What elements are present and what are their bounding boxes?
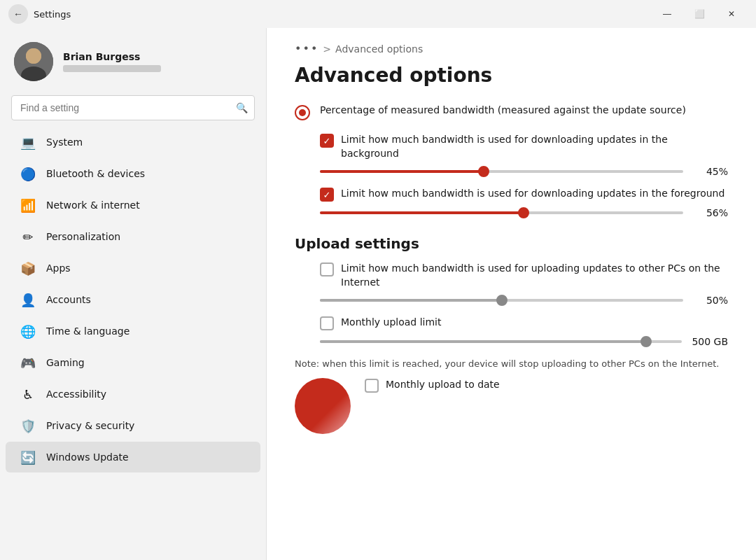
sidebar-item-windowsupdate-label: Windows Update <box>46 451 129 463</box>
breadcrumb-separator: > <box>323 43 331 55</box>
upload-internet-option: Limit how much bandwidth is used for upl… <box>320 262 728 306</box>
monthly-upload-slider-thumb[interactable] <box>640 336 652 347</box>
sidebar-item-network-label: Network & internet <box>46 200 140 211</box>
sidebar-item-accessibility-label: Accessibility <box>46 388 106 400</box>
sidebar-item-windowsupdate[interactable]: 🔄 Windows Update <box>6 442 260 472</box>
sidebar-item-system-label: System <box>46 136 83 148</box>
upload-internet-slider-value: 50% <box>693 295 728 306</box>
breadcrumb-current: Advanced options <box>335 43 423 55</box>
upload-internet-checkbox[interactable] <box>320 262 334 276</box>
breadcrumb: ••• > Advanced options <box>295 42 728 55</box>
foreground-checkbox[interactable] <box>320 188 334 202</box>
search-box: 🔍 <box>11 95 255 120</box>
search-input[interactable] <box>11 95 255 120</box>
radio-option-row: Percentage of measured bandwidth (measur… <box>295 104 728 120</box>
monthly-upload-to-date-label: Monthly upload to date <box>386 378 500 392</box>
monthly-upload-to-date-checkbox[interactable] <box>365 379 379 393</box>
background-download-option: Limit how much bandwidth is used for dow… <box>320 133 728 177</box>
minimize-button[interactable]: — <box>651 3 683 25</box>
foreground-checkbox-label: Limit how much bandwidth is used for dow… <box>341 187 724 201</box>
monthly-upload-to-date-row: Monthly upload to date <box>365 378 728 393</box>
sidebar: Brian Burgess 🔍 💻 System 🔵 Bluetooth & d… <box>0 28 266 560</box>
avatar <box>14 42 53 81</box>
background-slider-fill <box>320 170 484 173</box>
sidebar-item-apps[interactable]: 📦 Apps <box>6 253 260 284</box>
sidebar-item-personalization[interactable]: ✏️ Personalization <box>6 221 260 252</box>
app-content: Brian Burgess 🔍 💻 System 🔵 Bluetooth & d… <box>0 28 756 560</box>
upload-note: Note: when this limit is reached, your d… <box>295 357 728 371</box>
sidebar-item-system[interactable]: 💻 System <box>6 127 260 158</box>
system-icon: 💻 <box>20 134 36 150</box>
window-controls: — ⬜ ✕ <box>651 3 748 25</box>
sidebar-item-apps-label: Apps <box>46 262 71 274</box>
upload-internet-checkbox-row: Limit how much bandwidth is used for upl… <box>320 262 728 289</box>
title-bar: ← Settings — ⬜ ✕ <box>0 0 756 28</box>
title-bar-left: ← Settings <box>8 4 71 24</box>
user-email <box>63 65 161 72</box>
foreground-slider-track[interactable] <box>320 211 683 214</box>
sidebar-item-time-label: Time & language <box>46 326 130 337</box>
windowsupdate-icon: 🔄 <box>20 449 36 465</box>
monthly-upload-checkbox[interactable] <box>320 316 334 330</box>
personalization-icon: ✏️ <box>20 228 36 245</box>
upload-internet-slider-thumb[interactable] <box>496 295 507 306</box>
foreground-slider-row: 56% <box>320 207 728 218</box>
app-title: Settings <box>34 9 71 20</box>
breadcrumb-dots: ••• <box>295 42 318 55</box>
bluetooth-icon: 🔵 <box>20 165 36 182</box>
background-slider-row: 45% <box>320 166 728 177</box>
upload-internet-label: Limit how much bandwidth is used for upl… <box>341 262 728 289</box>
user-info: Brian Burgess <box>63 51 161 72</box>
foreground-checkbox-row: Limit how much bandwidth is used for dow… <box>320 187 728 202</box>
user-section: Brian Burgess <box>0 28 266 92</box>
background-slider-thumb[interactable] <box>478 166 489 177</box>
sidebar-item-privacy[interactable]: 🛡️ Privacy & security <box>6 410 260 441</box>
background-checkbox-label: Limit how much bandwidth is used for dow… <box>341 133 728 160</box>
page-title: Advanced options <box>295 64 728 87</box>
radio-inner <box>299 109 306 116</box>
upload-settings-heading: Upload settings <box>295 235 728 252</box>
back-button[interactable]: ← <box>8 4 28 24</box>
nav-list: 💻 System 🔵 Bluetooth & devices 📶 Network… <box>0 126 266 560</box>
search-icon: 🔍 <box>236 102 248 113</box>
radio-option-label: Percentage of measured bandwidth (measur… <box>320 104 728 118</box>
sidebar-item-network[interactable]: 📶 Network & internet <box>6 190 260 220</box>
monthly-upload-slider-value: 500 GB <box>692 336 728 347</box>
sidebar-item-personalization-label: Personalization <box>46 231 120 242</box>
upload-internet-slider-track[interactable] <box>320 299 683 302</box>
monthly-upload-checkbox-row: Monthly upload limit <box>320 316 728 330</box>
sidebar-item-accessibility[interactable]: ♿ Accessibility <box>6 379 260 410</box>
monthly-upload-slider-row: 500 GB <box>320 336 728 347</box>
radio-button-measured[interactable] <box>295 105 310 120</box>
foreground-slider-fill <box>320 211 524 214</box>
close-button[interactable]: ✕ <box>715 3 748 25</box>
monthly-upload-limit-option: Monthly upload limit 500 GB <box>320 316 728 347</box>
foreground-slider-thumb[interactable] <box>518 207 529 218</box>
sidebar-item-bluetooth[interactable]: 🔵 Bluetooth & devices <box>6 158 260 189</box>
upload-progress-circle <box>295 378 351 434</box>
sidebar-item-gaming-label: Gaming <box>46 357 85 368</box>
background-checkbox-row: Limit how much bandwidth is used for dow… <box>320 133 728 160</box>
gaming-icon: 🎮 <box>20 354 36 371</box>
background-slider-value: 45% <box>693 166 728 177</box>
network-icon: 📶 <box>20 197 36 214</box>
accounts-icon: 👤 <box>20 291 36 308</box>
accessibility-icon: ♿ <box>20 386 36 402</box>
sidebar-item-time[interactable]: 🌐 Time & language <box>6 316 260 346</box>
monthly-upload-label: Monthly upload limit <box>341 316 441 330</box>
background-slider-track[interactable] <box>320 170 683 173</box>
bottom-right: Monthly upload to date <box>365 378 728 398</box>
foreground-download-option: Limit how much bandwidth is used for dow… <box>320 187 728 218</box>
background-checkbox[interactable] <box>320 134 334 148</box>
user-name: Brian Burgess <box>63 51 161 62</box>
privacy-icon: 🛡️ <box>20 417 36 434</box>
sidebar-item-accounts-label: Accounts <box>46 294 91 305</box>
foreground-slider-value: 56% <box>693 207 728 218</box>
bottom-preview: Monthly upload to date <box>295 378 728 434</box>
sidebar-item-accounts[interactable]: 👤 Accounts <box>6 284 260 315</box>
monthly-upload-slider-track[interactable] <box>320 340 682 343</box>
apps-icon: 📦 <box>20 260 36 276</box>
sidebar-item-gaming[interactable]: 🎮 Gaming <box>6 347 260 378</box>
main-content: ••• > Advanced options Advanced options … <box>266 28 756 560</box>
maximize-button[interactable]: ⬜ <box>683 3 715 25</box>
